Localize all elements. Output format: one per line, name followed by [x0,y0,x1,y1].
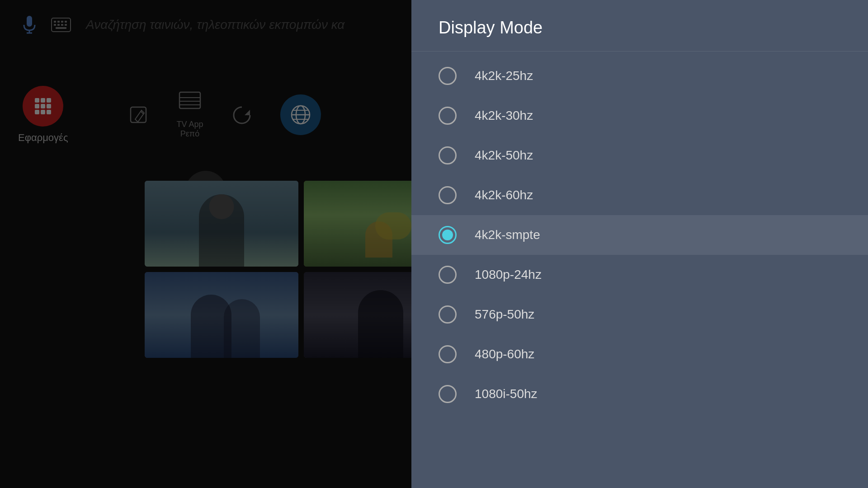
grid-shape [35,98,51,114]
svg-rect-12 [56,27,66,29]
option-label-576p-50hz: 576p-50hz [475,307,534,322]
display-mode-option-4k2k-60hz[interactable]: 4k2k-60hz [411,175,868,215]
rotate-icon [231,103,253,126]
options-list: 4k2k-25hz4k2k-30hz4k2k-50hz4k2k-60hz4k2k… [411,52,868,418]
content-thumb-4[interactable] [304,272,411,358]
radio-circle-1080p-24hz [439,266,457,284]
radio-circle-4k2k-30hz [439,107,457,125]
display-mode-option-576p-50hz[interactable]: 576p-50hz [411,295,868,334]
display-mode-option-1080i-50hz[interactable]: 1080i-50hz [411,374,868,414]
edit-icon [127,103,150,126]
display-mode-panel: Display Mode 4k2k-25hz4k2k-30hz4k2k-50hz… [411,0,868,488]
radio-circle-4k2k-50hz [439,146,457,164]
globe-icon [290,104,311,126]
radio-circle-480p-60hz [439,345,457,363]
tv-app-icon [179,91,201,116]
svg-rect-9 [57,24,60,26]
option-label-4k2k-60hz: 4k2k-60hz [475,188,533,202]
radio-circle-1080i-50hz [439,385,457,403]
option-label-4k2k-25hz: 4k2k-25hz [475,69,533,83]
content-thumb-1[interactable] [145,181,298,267]
option-label-4k2k-30hz: 4k2k-30hz [475,108,533,123]
radio-inner-4k2k-smpte [442,230,453,240]
radio-circle-4k2k-60hz [439,186,457,204]
panel-title: Display Mode [439,18,841,38]
search-placeholder: Αναζήτηση ταινιών, τηλεοπτικών εκπομπών … [86,18,344,32]
search-bar: Αναζήτηση ταινιών, τηλεοπτικών εκπομπών … [0,0,411,50]
option-label-480p-60hz: 480p-60hz [475,347,534,361]
globe-circle [280,94,321,135]
display-mode-option-4k2k-50hz[interactable]: 4k2k-50hz [411,136,868,175]
main-background: Αναζήτηση ταινιών, τηλεοπτικών εκπομπών … [0,0,411,488]
panel-header: Display Mode [411,0,868,52]
svg-rect-15 [179,92,200,108]
svg-rect-10 [61,24,63,26]
svg-rect-4 [54,21,56,23]
apps-label: Εφαρμογές [18,132,68,144]
content-thumb-2[interactable] [304,181,411,267]
svg-rect-5 [57,21,60,23]
svg-marker-19 [245,110,250,115]
display-mode-option-4k2k-25hz[interactable]: 4k2k-25hz [411,56,868,96]
display-mode-option-1080p-24hz[interactable]: 1080p-24hz [411,255,868,295]
display-mode-option-4k2k-30hz[interactable]: 4k2k-30hz [411,96,868,136]
option-label-4k2k-smpte: 4k2k-smpte [475,228,540,242]
apps-all-item[interactable]: Εφαρμογές [18,86,68,144]
svg-rect-0 [27,16,32,27]
content-grid [145,181,411,488]
content-thumb-3[interactable] [145,272,298,358]
tv-app-icon-area[interactable]: TV AppΡεπό [177,91,203,139]
radio-circle-4k2k-25hz [439,67,457,85]
keyboard-icon[interactable] [50,14,72,36]
svg-rect-8 [54,24,56,26]
apps-grid-icon [23,86,63,127]
display-mode-option-4k2k-smpte[interactable]: 4k2k-smpte [411,215,868,255]
display-mode-option-480p-60hz[interactable]: 480p-60hz [411,334,868,374]
apps-row: Εφαρμογές TV AppΡεπό [0,77,411,153]
option-label-1080i-50hz: 1080i-50hz [475,387,538,401]
radio-circle-4k2k-smpte [439,226,457,244]
svg-rect-6 [61,21,63,23]
tv-app-label: TV AppΡεπό [177,120,203,139]
option-label-4k2k-50hz: 4k2k-50hz [475,148,533,163]
option-label-1080p-24hz: 1080p-24hz [475,267,542,282]
edit-icon-area[interactable] [127,103,150,126]
svg-rect-11 [65,24,67,26]
globe-icon-area[interactable] [280,94,321,135]
svg-rect-7 [65,21,67,23]
mic-icon[interactable] [18,14,41,36]
rotate-icon-area[interactable] [231,103,253,126]
radio-circle-576p-50hz [439,305,457,324]
